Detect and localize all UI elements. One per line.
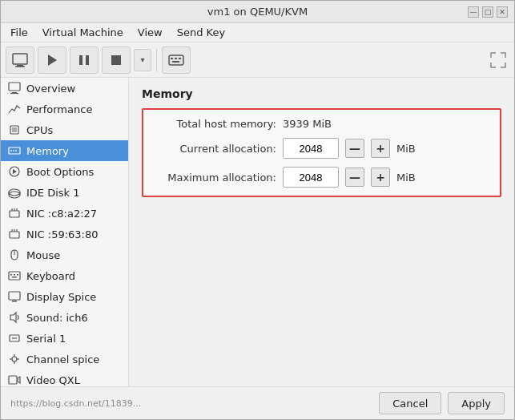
disk-icon (7, 185, 22, 200)
svg-rect-9 (175, 58, 177, 59)
sidebar-label-cpus: CPUs (26, 124, 53, 136)
toolbar-stop-button[interactable] (102, 46, 131, 74)
svg-rect-40 (17, 274, 18, 276)
sidebar-label-nic-59: NIC :59:63:80 (26, 228, 99, 240)
sidebar-item-nic-59[interactable]: NIC :59:63:80 (1, 224, 128, 244)
toolbar-send-key-button[interactable] (162, 46, 191, 74)
current-alloc-minus-button[interactable]: — (345, 139, 364, 158)
svg-rect-52 (9, 376, 17, 384)
svg-marker-44 (10, 313, 16, 322)
sidebar-item-sound[interactable]: Sound: ich6 (1, 307, 128, 328)
fullscreen-icon (490, 52, 506, 68)
sidebar-item-boot-options[interactable]: Boot Options (1, 161, 128, 182)
boot-icon (7, 164, 22, 179)
current-alloc-row: Current allocation: — + MiB (156, 138, 487, 159)
apply-button[interactable]: Apply (448, 392, 505, 414)
menu-file[interactable]: File (4, 25, 34, 40)
sidebar-item-mouse[interactable]: Mouse (1, 244, 128, 265)
toolbar-run-button[interactable] (38, 46, 66, 74)
fullscreen-button[interactable] (487, 49, 509, 71)
sidebar-item-cpus[interactable]: CPUs (1, 119, 128, 140)
sidebar-item-nic-c8[interactable]: NIC :c8:a2:27 (1, 203, 128, 224)
max-alloc-plus-button[interactable]: + (371, 168, 390, 187)
sidebar-label-video-qxl: Video QXL (26, 374, 80, 386)
svg-rect-16 (12, 127, 17, 132)
close-button[interactable]: ✕ (497, 6, 508, 18)
menu-send-key[interactable]: Send Key (171, 25, 231, 40)
toolbar-display-button[interactable] (6, 46, 34, 74)
svg-rect-10 (179, 58, 181, 59)
svg-rect-5 (86, 55, 89, 65)
svg-marker-22 (13, 169, 17, 174)
max-alloc-row: Maximum allocation: — + MiB (156, 167, 487, 188)
sidebar-label-keyboard: Keyboard (26, 270, 75, 282)
svg-rect-17 (9, 147, 20, 154)
sidebar-label-display-spice: Display Spice (26, 291, 96, 303)
minimize-button[interactable]: — (468, 6, 479, 18)
sidebar-item-performance[interactable]: Performance (1, 99, 128, 119)
overview-icon (7, 81, 22, 95)
sidebar-item-ide-disk[interactable]: IDE Disk 1 (1, 182, 128, 203)
sidebar-label-mouse: Mouse (26, 249, 60, 261)
video-icon (7, 373, 22, 386)
maximize-button[interactable]: □ (482, 6, 493, 18)
svg-rect-39 (14, 274, 15, 276)
url-hint: https://blog.csdn.net/11839... (10, 398, 141, 409)
current-alloc-plus-button[interactable]: + (371, 139, 390, 158)
main-content: Overview Performance CPUs (1, 78, 514, 386)
max-alloc-label: Maximum allocation: (156, 172, 276, 184)
sidebar-item-channel-spice[interactable]: Channel spice (1, 349, 128, 370)
svg-rect-7 (169, 55, 183, 65)
channel-icon (7, 352, 22, 366)
svg-point-47 (12, 357, 17, 361)
memory-config-box: Total host memory: 3939 MiB Current allo… (142, 108, 501, 197)
max-alloc-minus-button[interactable]: — (345, 168, 364, 187)
display-spice-icon (7, 289, 22, 304)
svg-rect-12 (9, 83, 20, 91)
toolbar: ▾ (1, 42, 514, 78)
sidebar-item-overview[interactable]: Overview (1, 78, 128, 99)
total-host-value: 3939 MiB (283, 118, 332, 130)
current-alloc-input[interactable] (283, 138, 339, 159)
mouse-icon (7, 248, 22, 262)
window-title: vm1 on QEMU/KVM (47, 6, 468, 18)
max-alloc-unit: MiB (396, 172, 416, 184)
total-host-row: Total host memory: 3939 MiB (156, 118, 487, 130)
bottom-bar: https://blog.csdn.net/11839... Cancel Ap… (1, 386, 514, 419)
right-panel: Memory Total host memory: 3939 MiB Curre… (129, 78, 514, 386)
toolbar-pause-button[interactable] (70, 46, 99, 74)
sidebar-item-keyboard[interactable]: Keyboard (1, 265, 128, 286)
sidebar-label-nic-c8: NIC :c8:a2:27 (26, 208, 97, 220)
svg-rect-27 (10, 211, 19, 217)
svg-rect-11 (172, 61, 179, 63)
sidebar-item-serial[interactable]: Serial 1 (1, 328, 128, 349)
svg-rect-31 (10, 232, 19, 238)
sidebar-item-video-qxl[interactable]: Video QXL (1, 370, 128, 386)
menu-virtual-machine[interactable]: Virtual Machine (36, 25, 130, 40)
svg-rect-41 (12, 277, 17, 278)
svg-rect-4 (79, 55, 82, 65)
toolbar-right (487, 49, 509, 71)
current-alloc-unit: MiB (396, 143, 416, 155)
panel-title: Memory (142, 87, 501, 100)
display-icon (12, 52, 28, 68)
menu-view[interactable]: View (131, 25, 169, 40)
menubar: File Virtual Machine View Send Key (1, 23, 514, 42)
svg-rect-43 (12, 301, 17, 302)
svg-rect-38 (10, 274, 12, 276)
cancel-button[interactable]: Cancel (379, 392, 441, 414)
sidebar-item-display-spice[interactable]: Display Spice (1, 286, 128, 307)
keyboard-icon (7, 269, 22, 283)
window-controls: — □ ✕ (468, 6, 508, 18)
cpus-icon (7, 123, 22, 137)
svg-marker-53 (18, 377, 20, 383)
nic-c8-icon (7, 206, 22, 220)
sidebar-label-sound: Sound: ich6 (26, 312, 88, 324)
max-alloc-input[interactable] (283, 167, 339, 188)
sidebar-label-boot-options: Boot Options (26, 166, 94, 178)
nic-59-icon (7, 227, 22, 241)
sidebar-label-ide-disk: IDE Disk 1 (26, 187, 80, 199)
toolbar-dropdown-arrow[interactable]: ▾ (134, 49, 151, 71)
total-host-label: Total host memory: (156, 118, 276, 130)
sidebar-item-memory[interactable]: Memory (1, 140, 128, 161)
